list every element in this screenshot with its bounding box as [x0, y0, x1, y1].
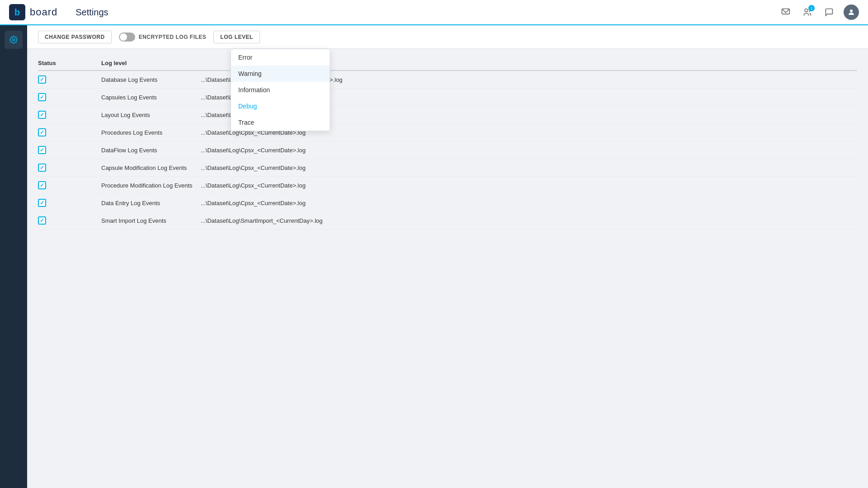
row-checkbox[interactable] [38, 164, 46, 172]
dropdown-item-debug[interactable]: Debug [231, 98, 330, 114]
row-checkbox[interactable] [38, 216, 46, 225]
status-cell [38, 199, 101, 207]
row-file: ...\Dataset\Log\Cpsx_<CurrentDate>.log [201, 147, 857, 154]
row-name: Database Log Events [101, 76, 201, 83]
svg-point-2 [850, 9, 853, 12]
svg-point-3 [13, 39, 15, 41]
table-row: Layout Log Events ...\Dataset\Log\Cpsx_<… [38, 106, 857, 124]
row-checkbox[interactable] [38, 181, 46, 189]
row-checkbox[interactable] [38, 111, 46, 119]
row-file: ...\Dataset\Log\Cpsx_<CurrentDate>.log [201, 182, 857, 189]
table-row: Procedures Log Events ...\Dataset\Log\Cp… [38, 124, 857, 141]
messages-icon[interactable] [778, 5, 793, 19]
encrypted-log-label: ENCRYPTED LOG FILES [139, 34, 207, 40]
row-name: Layout Log Events [101, 112, 201, 118]
row-file: ...\Dataset\Log\Cpsx_<CurrentDate>.log [201, 200, 857, 206]
table-row: Data Entry Log Events ...\Dataset\Log\Cp… [38, 194, 857, 212]
row-name: Capsule Modification Log Events [101, 164, 201, 171]
table-row: Smart Import Log Events ...\Dataset\Log\… [38, 212, 857, 230]
users-badge: 1 [808, 5, 815, 11]
table-row: Procedure Modification Log Events ...\Da… [38, 177, 857, 194]
encrypted-log-toggle-wrapper: ENCRYPTED LOG FILES [119, 33, 207, 42]
row-checkbox[interactable] [38, 75, 46, 84]
logo-text: board [30, 6, 57, 18]
row-name: DataFlow Log Events [101, 147, 201, 154]
row-checkbox[interactable] [38, 93, 46, 101]
status-cell [38, 128, 101, 136]
row-checkbox[interactable] [38, 199, 46, 207]
status-cell [38, 111, 101, 119]
log-level-dropdown: Error Warning Information Debug Trace [231, 49, 330, 131]
row-file: ...\Dataset\Log\SmartImport_<CurrentDay>… [201, 217, 857, 224]
status-cell [38, 164, 101, 172]
toolbar: CHANGE PASSWORD ENCRYPTED LOG FILES LOG … [27, 25, 868, 49]
table-row: DataFlow Log Events ...\Dataset\Log\Cpsx… [38, 141, 857, 159]
row-name: Capsules Log Events [101, 94, 201, 101]
log-level-button[interactable]: LOG LEVEL [213, 31, 260, 43]
main-content: CHANGE PASSWORD ENCRYPTED LOG FILES LOG … [27, 25, 868, 488]
table-header: Status Log level [38, 56, 857, 71]
row-name: Procedure Modification Log Events [101, 182, 201, 189]
table-row: Capsules Log Events ...\Dataset\Log\Cpsx… [38, 89, 857, 106]
table-row: Capsule Modification Log Events ...\Data… [38, 159, 857, 177]
page-title: Settings [75, 7, 108, 18]
topbar-actions: 1 [778, 5, 859, 20]
encrypted-log-toggle[interactable] [119, 33, 135, 42]
row-checkbox[interactable] [38, 128, 46, 136]
header-log-level: Log level [101, 60, 201, 66]
row-file: ...\Dataset\Log\Cpsx_<CurrentDate>.log [201, 164, 857, 171]
avatar[interactable] [844, 5, 859, 20]
dropdown-item-information[interactable]: Information [231, 82, 330, 98]
dropdown-item-warning[interactable]: Warning [231, 66, 330, 82]
users-icon[interactable]: 1 [800, 5, 815, 19]
dropdown-item-error[interactable]: Error [231, 49, 330, 66]
status-cell [38, 181, 101, 189]
toggle-knob [120, 33, 127, 41]
table-row: Database Log Events ...\Dataset\Log\HBMP… [38, 71, 857, 89]
row-name: Data Entry Log Events [101, 200, 201, 206]
row-name: Procedures Log Events [101, 129, 201, 136]
status-cell [38, 93, 101, 101]
status-cell [38, 146, 101, 154]
svg-point-1 [805, 9, 808, 12]
dropdown-item-trace[interactable]: Trace [231, 114, 330, 131]
sidebar [0, 25, 27, 488]
row-checkbox[interactable] [38, 146, 46, 154]
change-password-button[interactable]: CHANGE PASSWORD [38, 31, 112, 43]
status-cell [38, 216, 101, 225]
status-cell [38, 75, 101, 84]
topbar: b board Settings 1 [0, 0, 868, 25]
chat-icon[interactable] [822, 5, 836, 19]
logo-icon: b [9, 4, 25, 20]
log-events-table: Status Log level Database Log Events ...… [27, 49, 868, 237]
header-status: Status [38, 60, 101, 66]
row-name: Smart Import Log Events [101, 217, 201, 224]
sidebar-item-settings[interactable] [5, 31, 23, 49]
logo: b board [9, 4, 57, 20]
